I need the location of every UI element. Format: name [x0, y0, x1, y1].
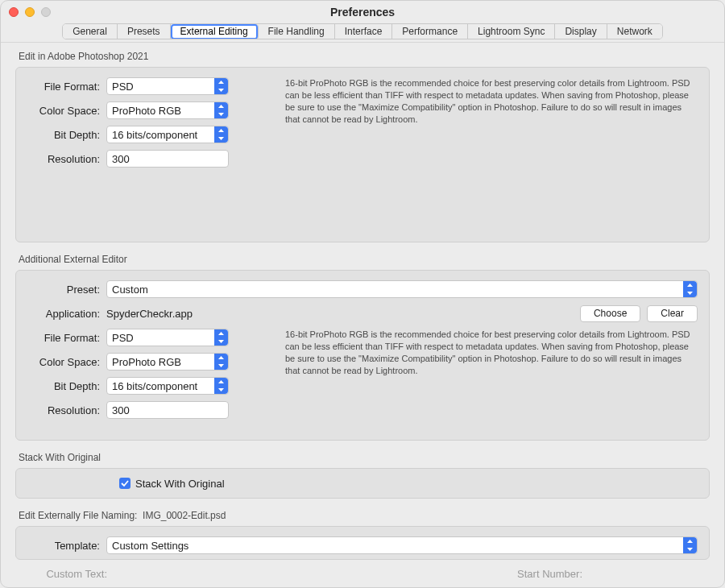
bit-depth-select-2[interactable]: 16 bits/component [106, 377, 229, 395]
updown-stepper-icon [214, 78, 228, 94]
help-text-additional: 16-bit ProPhoto RGB is the recommended c… [261, 329, 698, 376]
panel-file-naming: Template: Custom Settings [15, 526, 710, 560]
color-space-select[interactable]: ProPhoto RGB [106, 101, 229, 119]
resolution-input[interactable] [106, 150, 229, 168]
panel-additional-editor: Preset: Custom Application: SpyderCheckr… [15, 270, 710, 441]
template-label: Template: [27, 540, 106, 552]
bit-depth-label: Bit Depth: [27, 380, 106, 392]
section-file-naming: Edit Externally File Naming: IMG_0002-Ed… [15, 510, 710, 580]
tab-display[interactable]: Display [555, 24, 607, 39]
resolution-input-2[interactable] [106, 401, 229, 419]
preset-select[interactable]: Custom [106, 280, 698, 298]
checkmark-icon [121, 479, 129, 487]
updown-stepper-icon [683, 281, 697, 297]
bit-depth-value: 16 bits/component [112, 380, 197, 392]
section-additional-external-editor: Additional External Editor Preset: Custo… [15, 254, 710, 441]
updown-stepper-icon [683, 537, 697, 553]
application-value: SpyderCheckr.app [106, 308, 193, 320]
zoom-window-button [41, 7, 51, 17]
file-naming-title: Edit Externally File Naming: [19, 510, 137, 521]
file-format-value: PSD [112, 332, 134, 344]
tab-external-editing[interactable]: External Editing [171, 24, 259, 39]
custom-text-label: Custom Text: [15, 568, 114, 580]
file-format-label: File Format: [27, 332, 106, 344]
file-format-label: File Format: [27, 81, 106, 93]
tab-presets[interactable]: Presets [118, 24, 171, 39]
content-area: Edit in Adobe Photoshop 2021 File Format… [1, 43, 724, 587]
section-stack-with-original: Stack With Original Stack With Original [15, 452, 710, 499]
color-space-label: Color Space: [27, 105, 106, 117]
start-number-label: Start Number: [517, 568, 589, 580]
window-controls [9, 7, 51, 17]
section-title: Edit in Adobe Photoshop 2021 [15, 51, 710, 62]
updown-stepper-icon [214, 102, 228, 118]
section-title: Additional External Editor [15, 254, 710, 265]
titlebar: Preferences [1, 1, 724, 23]
choose-button[interactable]: Choose [580, 305, 640, 322]
tab-segment: GeneralPresetsExternal EditingFile Handl… [62, 23, 663, 39]
bit-depth-select[interactable]: 16 bits/component [106, 126, 229, 143]
section-title: Stack With Original [15, 452, 710, 463]
tab-network[interactable]: Network [607, 24, 662, 39]
application-label: Application: [27, 308, 106, 320]
color-space-value: ProPhoto RGB [112, 356, 181, 368]
preset-label: Preset: [27, 284, 106, 296]
updown-stepper-icon [214, 378, 228, 394]
file-format-select-2[interactable]: PSD [106, 329, 229, 346]
stack-with-original-checkbox[interactable] [119, 478, 130, 489]
file-naming-example: IMG_0002-Edit.psd [143, 510, 226, 521]
resolution-label: Resolution: [27, 153, 106, 165]
preferences-window: Preferences GeneralPresetsExternal Editi… [0, 0, 725, 588]
color-space-label: Color Space: [27, 356, 106, 368]
tab-file-handling[interactable]: File Handling [259, 24, 335, 39]
bit-depth-label: Bit Depth: [27, 129, 106, 141]
stack-with-original-label: Stack With Original [135, 478, 225, 490]
tab-performance[interactable]: Performance [392, 24, 468, 39]
close-window-button[interactable] [9, 7, 19, 17]
updown-stepper-icon [214, 354, 228, 370]
resolution-label: Resolution: [27, 404, 106, 416]
panel-stack-with-original: Stack With Original [15, 468, 710, 499]
tab-bar: GeneralPresetsExternal EditingFile Handl… [1, 23, 724, 43]
clear-button[interactable]: Clear [647, 305, 698, 322]
help-text-photoshop: 16-bit ProPhoto RGB is the recommended c… [261, 77, 698, 125]
section-edit-in-photoshop: Edit in Adobe Photoshop 2021 File Format… [15, 51, 710, 242]
updown-stepper-icon [214, 329, 228, 346]
tab-interface[interactable]: Interface [335, 24, 393, 39]
minimize-window-button[interactable] [25, 7, 35, 17]
template-select[interactable]: Custom Settings [106, 536, 698, 554]
preset-value: Custom [112, 284, 148, 296]
tab-lightroom-sync[interactable]: Lightroom Sync [468, 24, 555, 39]
panel-edit-in-photoshop: File Format: PSD Color Space: ProPhoto R… [15, 67, 710, 242]
color-space-value: ProPhoto RGB [112, 105, 181, 117]
tab-general[interactable]: General [63, 24, 118, 39]
color-space-select-2[interactable]: ProPhoto RGB [106, 353, 229, 371]
template-value: Custom Settings [112, 540, 188, 552]
window-title: Preferences [1, 6, 724, 19]
file-format-value: PSD [112, 81, 134, 93]
updown-stepper-icon [214, 126, 228, 143]
bit-depth-value: 16 bits/component [112, 129, 197, 141]
file-format-select[interactable]: PSD [106, 77, 229, 95]
